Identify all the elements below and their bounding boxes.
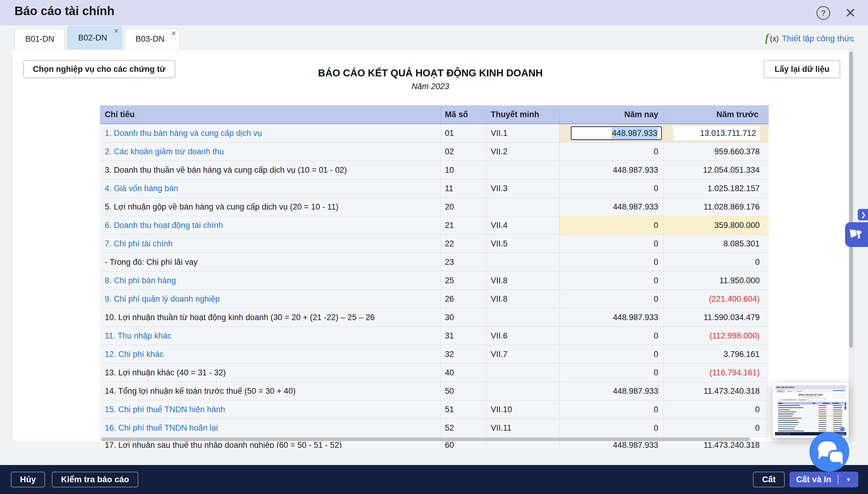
row-code: 40 (440, 364, 486, 382)
refresh-data-button[interactable]: Lấy lại dữ liệu (764, 60, 840, 78)
close-icon[interactable]: ✕ (845, 7, 856, 19)
mini-window: Báo cáo tài chính B01-DNB02-DNB03-DN BẢN… (775, 385, 846, 435)
row-label[interactable]: 16. Chi phí thuế TNDN hoãn lại (100, 419, 440, 437)
dropdown-caret-icon[interactable]: ▾ (839, 476, 859, 483)
row-label[interactable]: 4. Giá vốn hàng bán (100, 179, 440, 197)
row-current-value[interactable]: 0 (559, 179, 664, 197)
row-current-value[interactable]: 0 (559, 327, 664, 345)
row-previous-value[interactable]: 8.085.301 (664, 235, 769, 253)
row-previous-value[interactable]: 11.473.240.318 (664, 441, 769, 448)
row-previous-value[interactable]: 359.800.000 (664, 216, 769, 234)
mini-table-row (777, 426, 844, 428)
row-current-value[interactable]: 0 (559, 419, 664, 437)
row-previous-value[interactable]: 1.025.182.157 (664, 179, 769, 197)
table-row: 8. Chi phí bán hàng25VII.8011.950.000 (100, 271, 769, 290)
table-row: 14. Tổng lợi nhuận kế toán trước thuế (5… (100, 382, 769, 400)
tab-b03-dn[interactable]: B03-DN✕ (125, 28, 180, 50)
current-value-input[interactable]: 448.987.933 (571, 126, 662, 140)
tab-close-icon[interactable]: ✕ (171, 30, 176, 37)
row-previous-value[interactable]: 11.950.000 (664, 271, 769, 289)
row-current-value[interactable]: 0 (559, 142, 664, 160)
row-current-value[interactable]: 0 (559, 271, 664, 289)
row-label: 3. Doanh thu thuần về bán hàng và cung c… (100, 161, 440, 179)
formula-setup-link[interactable]: f(x) Thiết lập công thức (765, 32, 854, 44)
row-current-value[interactable]: 0 (559, 364, 664, 382)
row-current-value[interactable]: 448.987.933 (559, 161, 664, 179)
row-code: 30 (440, 308, 486, 326)
tab-label: B01-DN (25, 34, 54, 44)
mini-table-row (777, 424, 844, 426)
horizontal-scrollbar[interactable] (100, 437, 769, 441)
row-previous-value[interactable]: 0 (664, 419, 769, 437)
select-transactions-button[interactable]: Chọn nghiệp vụ cho các chứng từ (23, 60, 175, 78)
row-current-value[interactable]: 448.987.933 (559, 198, 664, 216)
row-previous-value[interactable]: 11.473.240.318 (664, 382, 769, 400)
mini-table-row (777, 409, 844, 411)
row-label[interactable]: 1. Doanh thu bán hàng và cung cấp dịch v… (100, 124, 440, 142)
row-previous-value[interactable]: 959.660.378 (664, 142, 769, 160)
megaphone-icon (849, 227, 863, 242)
help-icon[interactable]: ? (816, 6, 830, 20)
row-label[interactable]: 9. Chi phí quản lý doanh nghiệp (100, 290, 440, 308)
row-note: VII.7 (486, 345, 559, 363)
row-current-value[interactable]: 0 (559, 290, 664, 308)
table-row: 10. Lợi nhuận thuần từ hoạt động kinh do… (100, 308, 769, 327)
tab-close-icon[interactable]: ✕ (114, 27, 119, 35)
row-label[interactable]: 6. Doanh thu hoạt động tài chính (100, 216, 440, 234)
row-label: - Trong đó: Chi phí lãi vay (100, 253, 440, 271)
row-label[interactable]: 8. Chi phí bán hàng (100, 271, 440, 289)
row-previous-value[interactable]: 11.590.034.479 (664, 308, 769, 326)
row-note: VII.8 (486, 271, 559, 289)
table-row: 5. Lợi nhuận gộp về bán hàng và cung cấp… (100, 198, 769, 216)
row-label[interactable]: 15. Chi phí thuế TNDN hiện hành (100, 400, 440, 419)
row-label[interactable]: 11. Thu nhập khác (100, 327, 440, 345)
footer-bar: Hủy Kiểm tra báo cáo Cất Cất và In ▾ (0, 465, 868, 494)
row-current-value[interactable]: 448.987.933 (559, 308, 664, 326)
table-row: 6. Doanh thu hoạt động tài chính21VII.40… (100, 216, 769, 235)
row-previous-value[interactable]: 11.028.869.176 (664, 198, 769, 216)
horizontal-scrollbar-thumb[interactable] (101, 438, 750, 441)
collapse-panel-button[interactable]: ❯ (858, 209, 868, 221)
row-previous-value[interactable]: (221.400.604) (664, 290, 769, 308)
mini-tab: B03-DN (795, 390, 804, 393)
previous-value-input[interactable]: 13.013.711.712 (673, 126, 760, 140)
row-label[interactable]: 2. Các khoản giảm trừ doanh thu (100, 142, 440, 160)
check-report-button[interactable]: Kiểm tra báo cáo (52, 472, 138, 487)
window-preview-thumbnail[interactable]: Báo cáo tài chính B01-DNB02-DNB03-DN BẢN… (773, 383, 849, 438)
row-previous-value[interactable]: (116.794.161) (664, 364, 769, 382)
row-current-value[interactable]: 0 (559, 345, 664, 363)
row-previous-value[interactable]: 0 (664, 400, 769, 419)
row-previous-value[interactable]: 0 (664, 253, 769, 271)
cancel-button[interactable]: Hủy (11, 472, 45, 487)
mini-tab: B02-DN (786, 390, 794, 393)
row-label: 10. Lợi nhuận thuần từ hoạt động kinh do… (100, 308, 440, 326)
row-label[interactable]: 7. Chi phí tài chính (100, 235, 440, 253)
row-current-value[interactable]: 448.987.933 (559, 124, 664, 142)
row-current-value[interactable]: 448.987.933 (559, 382, 664, 400)
row-current-value[interactable]: 0 (559, 253, 664, 271)
row-note: VII.1 (486, 124, 559, 142)
announcement-button[interactable] (845, 222, 868, 247)
row-code: 10 (440, 161, 486, 179)
tab-label: B02-DN (78, 33, 107, 42)
table-row: - Trong đó: Chi phí lãi vay2300 (100, 253, 769, 271)
row-previous-value[interactable]: 12.054.051.334 (664, 161, 769, 179)
row-current-value[interactable]: 448.987.933 (559, 441, 664, 448)
vertical-scrollbar-thumb[interactable] (849, 52, 853, 347)
row-previous-value[interactable]: 3.796.161 (664, 345, 769, 363)
save-and-print-button[interactable]: Cất và In ▾ (790, 472, 859, 487)
save-button[interactable]: Cất (753, 472, 785, 487)
row-previous-value[interactable]: (112.998.000) (664, 327, 769, 345)
row-code: 25 (440, 271, 486, 289)
row-previous-value[interactable]: 13.013.711.712 (664, 124, 769, 142)
row-current-value[interactable]: 0 (559, 235, 664, 253)
row-label[interactable]: 12. Chi phí khác (100, 345, 440, 363)
chat-support-button[interactable] (809, 432, 849, 472)
tab-b02-dn[interactable]: B02-DN✕ (67, 26, 122, 50)
tab-b01-dn[interactable]: B01-DN (15, 28, 65, 50)
mini-filter-row (779, 398, 846, 401)
row-current-value[interactable]: 0 (559, 216, 664, 234)
row-current-value[interactable]: 0 (559, 400, 664, 419)
mini-table-row (777, 428, 844, 430)
mini-table-row (777, 405, 844, 407)
